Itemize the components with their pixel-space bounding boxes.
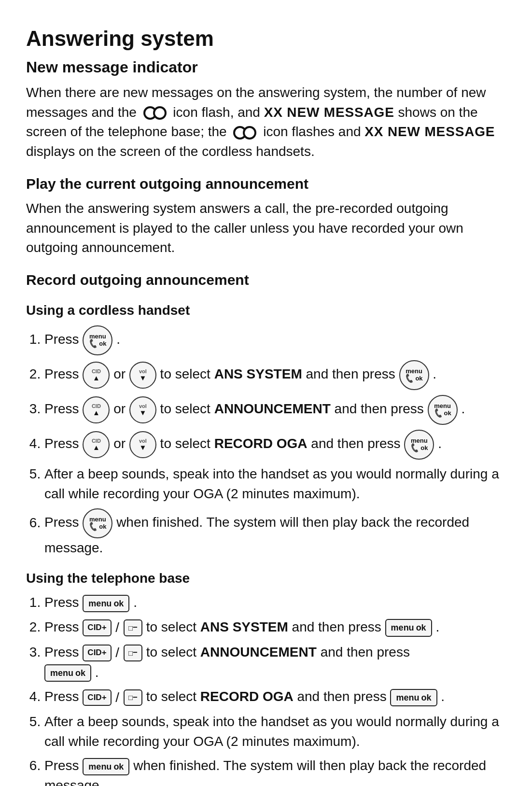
menu-ok-circle-btn-2: menu 📞ok xyxy=(399,360,429,390)
play-announcement-paragraph: When the answering system answers a call… xyxy=(26,199,506,258)
vol-minus-rect-btn-4: □ − xyxy=(124,689,142,706)
tape-icon-2 xyxy=(231,126,258,140)
xx-new-message-2: XX NEW MESSAGE xyxy=(364,124,495,139)
base-step-6: Press menu ok when finished. The system … xyxy=(44,756,506,786)
base-step-3: Press CID + / □ − to select ANNOUNCEMENT… xyxy=(44,643,506,683)
step5-text-handset: After a beep sounds, speak into the hand… xyxy=(44,466,499,501)
step1-period: . xyxy=(116,332,120,347)
tape-icon-1 xyxy=(141,106,168,120)
new-message-indicator-heading: New message indicator xyxy=(26,56,506,78)
vol-circle-btn-2: vol ▼ xyxy=(129,362,156,389)
ans-system-label-2: ANS SYSTEM xyxy=(214,366,302,381)
base-step-2: Press CID + / □ − to select ANS SYSTEM a… xyxy=(44,618,506,638)
handset-step-5: After a beep sounds, speak into the hand… xyxy=(44,464,506,504)
base-steps-list: Press menu ok . Press CID + / □ − to sel… xyxy=(44,593,506,786)
handset-step-2: Press CID ▲ or vol ▼ to select ANS SYSTE… xyxy=(44,360,506,390)
using-handset-subheading: Using a cordless handset xyxy=(26,301,506,321)
handset-steps-list: Press menu 📞ok . Press CID ▲ or vol ▼ to… xyxy=(44,325,506,558)
cid-plus-rect-btn-4: CID + xyxy=(83,689,111,706)
play-announcement-heading: Play the current outgoing announcement xyxy=(26,173,506,195)
menu-ok-circle-btn-4: menu 📞ok xyxy=(404,430,434,460)
menu-ok-rect-btn-3: menu ok xyxy=(44,664,91,682)
menu-ok-circle-btn-6: menu 📞ok xyxy=(83,508,112,538)
ans-system-label-base-2: ANS SYSTEM xyxy=(200,619,288,634)
cid-circle-btn-2: CID ▲ xyxy=(83,362,110,389)
record-oga-label-4: RECORD OGA xyxy=(214,436,308,451)
menu-ok-rect-btn-6: menu ok xyxy=(83,758,129,775)
record-oga-label-base-4: RECORD OGA xyxy=(200,689,294,704)
handset-step-1: Press menu 📞ok . xyxy=(44,325,506,355)
vol-minus-rect-btn-3: □ − xyxy=(124,645,142,661)
menu-ok-circle-btn-1: menu 📞ok xyxy=(83,325,112,355)
menu-ok-circle-btn-3: menu 📞ok xyxy=(428,395,458,425)
cid-circle-btn-3: CID ▲ xyxy=(83,396,110,423)
new-message-indicator-paragraph: When there are new messages on the answe… xyxy=(26,83,506,161)
announcement-label-3: ANNOUNCEMENT xyxy=(214,401,331,416)
menu-ok-rect-btn-2: menu ok xyxy=(385,619,432,636)
handset-step-4: Press CID ▲ or vol ▼ to select RECORD OG… xyxy=(44,430,506,460)
handset-step-6: Press menu 📞ok when finished. The system… xyxy=(44,508,506,558)
vol-circle-btn-4: vol ▼ xyxy=(129,431,156,458)
page-title: Answering system xyxy=(26,23,506,54)
using-base-subheading: Using the telephone base xyxy=(26,569,506,589)
cid-circle-btn-4: CID ▲ xyxy=(83,431,110,458)
vol-minus-rect-btn-2: □ − xyxy=(124,619,142,636)
base-step-4: Press CID + / □ − to select RECORD OGA a… xyxy=(44,687,506,707)
step5-text-base: After a beep sounds, speak into the hand… xyxy=(44,714,499,749)
base-step-5: After a beep sounds, speak into the hand… xyxy=(44,712,506,751)
menu-ok-rect-btn-4: menu ok xyxy=(390,689,437,706)
cid-plus-rect-btn-2: CID + xyxy=(83,619,111,636)
xx-new-message-1: XX NEW MESSAGE xyxy=(264,105,394,120)
cid-plus-rect-btn-3: CID + xyxy=(83,645,111,661)
handset-step-3: Press CID ▲ or vol ▼ to select ANNOUNCEM… xyxy=(44,395,506,425)
step1-press: Press xyxy=(44,332,83,347)
base-step-1: Press menu ok . xyxy=(44,593,506,613)
announcement-label-base-3: ANNOUNCEMENT xyxy=(200,645,317,660)
menu-ok-rect-btn-1: menu ok xyxy=(83,595,129,612)
record-announcement-heading: Record outgoing announcement xyxy=(26,269,506,291)
vol-circle-btn-3: vol ▼ xyxy=(129,396,156,423)
